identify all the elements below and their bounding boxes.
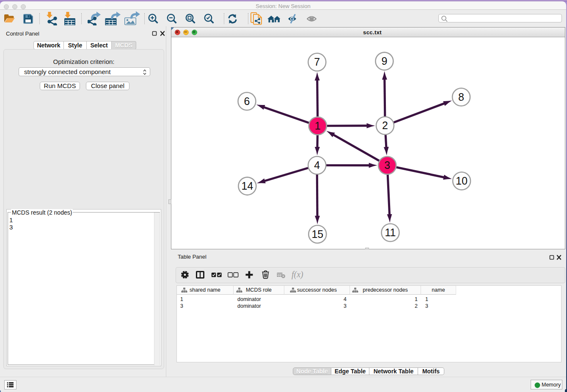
svg-text:14: 14	[241, 180, 253, 192]
svg-text:2: 2	[382, 119, 388, 131]
svg-text:4: 4	[314, 159, 320, 171]
svg-text:15: 15	[311, 228, 323, 240]
svg-text:8: 8	[458, 91, 464, 103]
svg-text:9: 9	[381, 55, 387, 67]
svg-text:6: 6	[244, 95, 250, 107]
svg-text:10: 10	[456, 175, 468, 187]
svg-text:11: 11	[385, 226, 396, 238]
svg-text:3: 3	[384, 159, 390, 171]
svg-text:1: 1	[315, 120, 321, 132]
svg-text:7: 7	[314, 56, 320, 68]
